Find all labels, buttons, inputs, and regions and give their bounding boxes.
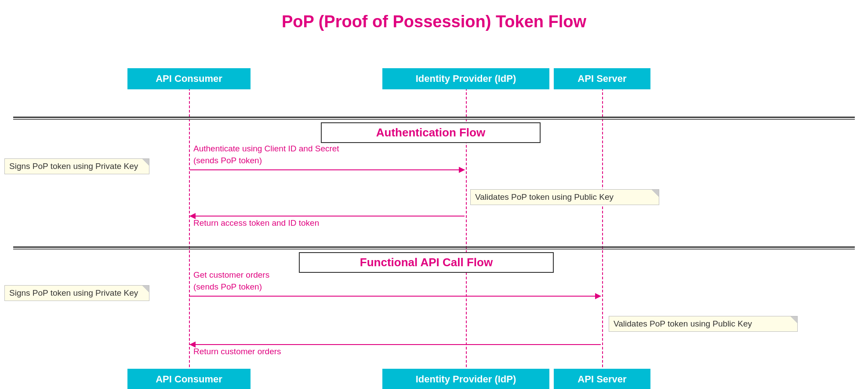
arrow-api-response bbox=[190, 344, 601, 345]
separator-mid bbox=[13, 246, 855, 248]
lifeline-api-server bbox=[602, 70, 603, 389]
actor-idp-bottom: Identity Provider (IdP) bbox=[382, 369, 549, 389]
arrow-api-request-label: Get customer orders (sends PoP token) bbox=[193, 269, 545, 293]
separator-mid-2 bbox=[13, 249, 855, 250]
actor-idp-top: Identity Provider (IdP) bbox=[382, 68, 549, 89]
lifeline-idp bbox=[466, 70, 467, 389]
section-auth-flow: Authentication Flow bbox=[321, 122, 541, 143]
note-validates-pop-1: Validates PoP token using Public Key bbox=[470, 189, 659, 205]
actor-api-consumer-top: API Consumer bbox=[127, 68, 251, 89]
actor-api-server-bottom: API Server bbox=[554, 369, 650, 389]
actor-api-server-top: API Server bbox=[554, 68, 650, 89]
separator-top-2 bbox=[13, 119, 855, 120]
separator-top bbox=[13, 117, 855, 118]
note-signs-pop-1: Signs PoP token using Private Key bbox=[4, 158, 149, 174]
note-signs-pop-2: Signs PoP token using Private Key bbox=[4, 285, 149, 301]
note-validates-pop-2: Validates PoP token using Public Key bbox=[609, 316, 798, 332]
arrow-auth-request-label: Authenticate using Client ID and Secret … bbox=[193, 143, 448, 166]
arrow-auth-request bbox=[190, 169, 465, 170]
arrow-auth-response-label: Return access token and ID token bbox=[193, 218, 319, 228]
arrow-api-response-label: Return customer orders bbox=[193, 347, 281, 356]
arrow-api-request bbox=[190, 296, 601, 297]
diagram-container: PoP (Proof of Possession) Token Flow API… bbox=[0, 0, 868, 389]
arrow-auth-response bbox=[190, 216, 465, 217]
actor-api-consumer-bottom: API Consumer bbox=[127, 369, 251, 389]
main-title: PoP (Proof of Possession) Token Flow bbox=[0, 12, 868, 31]
